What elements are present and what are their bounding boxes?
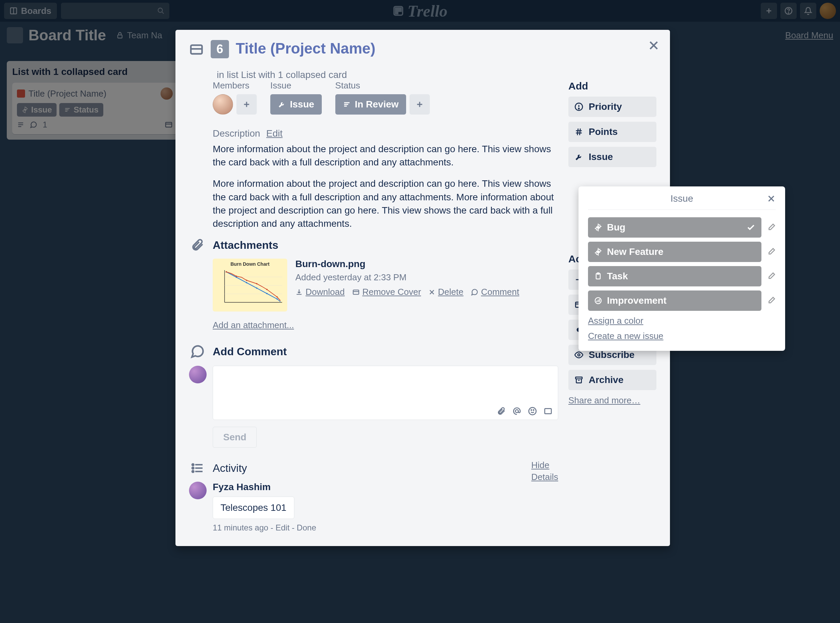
add-status-button[interactable] (410, 94, 430, 115)
modal-close-button[interactable] (647, 38, 660, 55)
comment-link[interactable]: Comment (471, 287, 519, 297)
attachment-thumbnail[interactable]: Burn Down Chart (213, 259, 287, 312)
card-link-icon[interactable] (544, 407, 552, 416)
issue-option-new-feature[interactable]: New Feature (588, 242, 761, 262)
card-title: Title (Project Name) (28, 89, 106, 99)
comment-icon (30, 121, 37, 129)
help-icon (785, 7, 793, 15)
assign-color-link[interactable]: Assign a color (588, 316, 776, 326)
trello-logo[interactable]: Trello (393, 2, 447, 20)
lock-icon (116, 32, 124, 39)
attachment-item: Burn Down Chart Burn-down.png (213, 259, 558, 312)
issue-pill[interactable]: Issue (270, 94, 322, 115)
svg-point-66 (578, 108, 580, 109)
current-user-avatar (189, 366, 207, 384)
add-section-label: Add (568, 80, 656, 92)
search-input[interactable] (61, 3, 169, 19)
close-icon (428, 289, 435, 296)
svg-line-69 (577, 129, 578, 135)
edit-icon[interactable] (767, 223, 776, 232)
svg-point-63 (192, 471, 194, 473)
members-label: Members (213, 80, 257, 91)
add-points-button[interactable]: Points (568, 122, 656, 142)
card-subtitle: in list List with 1 collapsed card (217, 69, 656, 80)
card-title[interactable]: Title (Project Name) (236, 40, 375, 57)
popover-close-button[interactable] (767, 193, 776, 206)
add-issue-button[interactable]: Issue (568, 147, 656, 167)
activity-user-name: Fyza Hashim (213, 482, 558, 493)
user-avatar[interactable] (820, 3, 836, 19)
svg-rect-83 (597, 273, 599, 274)
attachment-meta: Added yesterday at 2:33 PM (295, 272, 558, 283)
edit-icon[interactable] (767, 272, 776, 281)
add-attachment-link[interactable]: Add an attachment... (213, 320, 294, 330)
issue-popover: Issue Bug New Feature Task Improvement (578, 186, 785, 351)
svg-point-41 (266, 293, 268, 294)
download-link[interactable]: Download (295, 287, 345, 297)
svg-point-44 (236, 276, 237, 277)
hash-icon (574, 127, 583, 136)
background-card[interactable]: Title (Project Name) Issue Status 1 (12, 83, 177, 134)
notifications-button[interactable] (800, 3, 816, 19)
attachments-icon (189, 238, 206, 252)
wrench-icon (278, 100, 286, 109)
chart-icon (594, 296, 602, 305)
status-pill[interactable]: In Review (335, 94, 406, 115)
svg-rect-49 (353, 290, 359, 294)
svg-rect-5 (395, 8, 398, 14)
delete-link[interactable]: Delete (428, 287, 464, 297)
svg-point-45 (246, 280, 247, 281)
share-link[interactable]: Share and more… (568, 395, 640, 405)
edit-description-link[interactable]: Edit (266, 128, 283, 139)
popover-title: Issue (671, 193, 693, 204)
issue-option-task[interactable]: Task (588, 266, 761, 286)
logo-text: Trello (407, 2, 447, 20)
activity-heading: Activity (213, 462, 247, 474)
mention-icon[interactable] (513, 407, 521, 416)
svg-point-42 (276, 298, 278, 300)
svg-point-54 (529, 407, 536, 415)
hide-activity-link[interactable]: Hide (531, 460, 558, 471)
help-button[interactable] (780, 3, 797, 19)
description-icon (17, 121, 24, 129)
card-icon (165, 121, 173, 129)
svg-point-46 (256, 283, 257, 284)
issue-option-bug[interactable]: Bug (588, 217, 761, 238)
details-activity-link[interactable]: Details (531, 472, 558, 482)
attach-icon[interactable] (497, 407, 506, 416)
edit-icon[interactable] (767, 296, 776, 305)
attachments-heading: Attachments (213, 239, 278, 252)
emoji-icon[interactable] (528, 407, 537, 416)
add-comment-heading: Add Comment (213, 345, 287, 358)
create-issue-link[interactable]: Create a new issue (588, 331, 776, 341)
comment-input[interactable] (213, 366, 558, 420)
boards-button[interactable]: Boards (4, 3, 57, 19)
add-priority-button[interactable]: Priority (568, 97, 656, 117)
svg-point-10 (788, 12, 789, 13)
send-button[interactable]: Send (213, 427, 257, 448)
svg-rect-19 (166, 122, 172, 127)
svg-point-75 (578, 354, 580, 356)
svg-point-43 (226, 271, 227, 273)
add-button[interactable] (761, 3, 777, 19)
board-menu-link[interactable]: Board Menu (785, 30, 833, 41)
description-text-1: More information about the project and d… (213, 142, 558, 169)
team-name[interactable]: Team Na (116, 30, 162, 41)
svg-rect-76 (575, 377, 582, 379)
card-badge-status: Status (59, 103, 103, 117)
remove-cover-link[interactable]: Remove Cover (352, 287, 421, 297)
edit-icon[interactable] (767, 247, 776, 256)
comment-section-icon (189, 344, 206, 359)
issue-option-improvement[interactable]: Improvement (588, 290, 761, 311)
svg-point-61 (192, 464, 194, 466)
archive-button[interactable]: Archive (568, 370, 656, 390)
member-avatar[interactable] (213, 94, 233, 115)
add-member-button[interactable] (236, 94, 257, 115)
list-title: List with 1 collapsed card (12, 66, 177, 77)
card-label-swatch (17, 89, 25, 98)
activity-meta: 11 minutes ago - Edit - Done (213, 523, 558, 532)
board-title: Board Title (28, 27, 106, 44)
bell-icon (804, 7, 812, 15)
cover-icon (352, 288, 360, 296)
topbar: Boards Trello (0, 0, 840, 22)
